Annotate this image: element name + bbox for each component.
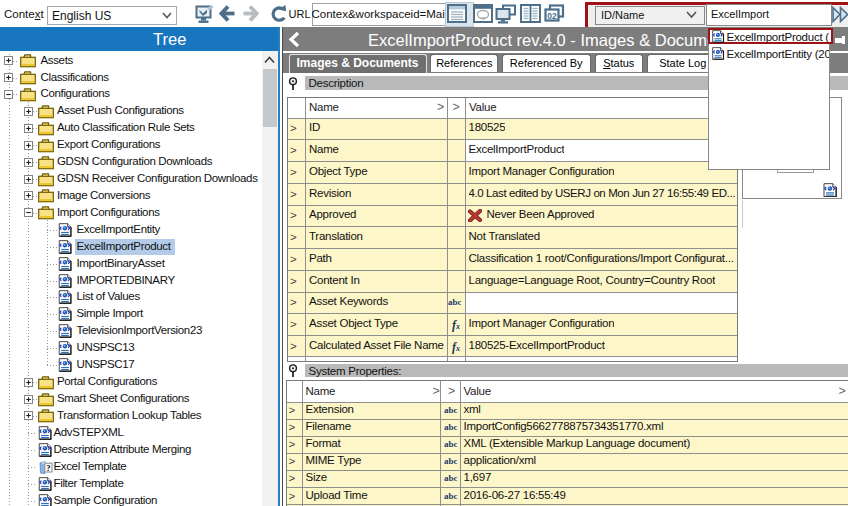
svg-text:?: ?	[46, 462, 50, 472]
svg-text:02: 02	[547, 11, 557, 21]
